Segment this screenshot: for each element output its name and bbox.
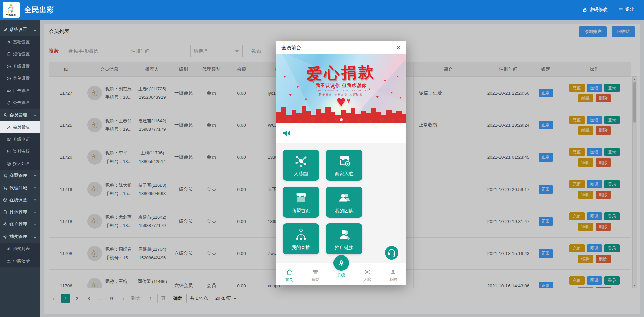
home-icon xyxy=(286,269,293,276)
chevron-up-icon: ▲ xyxy=(34,28,36,31)
tile-my-team[interactable]: 我的团队 xyxy=(326,187,362,218)
user-icon xyxy=(7,125,11,129)
chevron-up-icon: ▲ xyxy=(34,235,36,238)
sidebar-item-complaint-handling[interactable]: 投诉处理 xyxy=(0,157,40,170)
sidebar-group-label: 代理商城 xyxy=(9,185,27,191)
sidebar-item-label: 升级设置 xyxy=(13,64,30,69)
sidebar-group-member-management[interactable]: 会员管理▲ xyxy=(0,109,40,121)
tile-merchant-join[interactable]: 商家入驻 xyxy=(326,150,362,181)
sidebar-item-label: 菜单设置 xyxy=(13,76,30,81)
nav-label: 人脉 xyxy=(363,277,371,282)
nav-label: 商盟 xyxy=(311,277,319,282)
sidebar-item-label: 资料审核 xyxy=(13,149,30,154)
sidebar-group-label: 账户管理 xyxy=(9,221,27,227)
heart-icon: ♥ xyxy=(391,116,395,123)
member-frontend-modal: 会员前台 ✕ 爱心捐款 我不认识你 但我感谢你 I DON'T KNOW YOU… xyxy=(276,41,406,285)
speaker-icon xyxy=(282,129,291,138)
heart-outline-icon: ♡ xyxy=(343,99,348,107)
chevron-up-icon: ▲ xyxy=(34,114,36,117)
sidebar-group-account-management[interactable]: 账户管理▼ xyxy=(0,218,40,230)
sidebar-item-basic-settings[interactable]: 基础设置 xyxy=(0,36,40,48)
banner-subtitle-en: I DON'T KNOW YOU BUT I THANK YOU xyxy=(276,89,406,92)
person-plus-icon xyxy=(337,227,351,243)
tile-alliance-home[interactable]: 商盟首页 xyxy=(283,187,319,218)
nav-item-home[interactable]: 首页 xyxy=(276,269,302,282)
menu-lines-icon xyxy=(618,7,623,13)
sidebar-item-winning-records[interactable]: 中奖记录 xyxy=(0,255,40,267)
user-icon xyxy=(390,269,397,276)
cart-icon xyxy=(3,186,8,190)
sidebar-item-sms-settings[interactable]: 短信设置 xyxy=(0,48,40,60)
sidebar-item-label: 会员管理 xyxy=(13,124,30,130)
tile-label: 人脉圈 xyxy=(294,171,308,177)
heart-icon: ♥ xyxy=(333,114,339,123)
sidebar-group-system-settings[interactable]: 系统设置▲ xyxy=(0,24,40,36)
sidebar-item-lottery-list[interactable]: 抽奖列表 xyxy=(0,243,40,255)
app-root: 全民出彩 全民出彩 密码修改 退出 系统设置▲基础设置短信设置升级设置菜单设置广… xyxy=(0,0,644,317)
modal-title: 会员前台 xyxy=(281,45,301,51)
nav-item-upgrade[interactable]: 升级 xyxy=(328,261,354,282)
skyline-building xyxy=(302,106,306,123)
sidebar-item-upgrade-apply[interactable]: 升级申请 xyxy=(0,133,40,145)
lock-icon xyxy=(582,7,587,13)
close-icon[interactable]: ✕ xyxy=(396,44,401,51)
heart-icon: ♥ xyxy=(379,114,385,123)
sidebar-item-member-management[interactable]: 会员管理 xyxy=(0,121,40,133)
brand-logo: 全民出彩 xyxy=(3,2,20,18)
chevron-down-icon: ▼ xyxy=(34,223,36,226)
gear-icon xyxy=(3,222,8,227)
sidebar-group-label: 商盟管理 xyxy=(9,173,27,179)
people-icon xyxy=(7,259,11,263)
nav-item-network[interactable]: 人脉 xyxy=(354,269,380,282)
password-change-link[interactable]: 密码修改 xyxy=(582,7,608,13)
tile-network-circle[interactable]: 人脉圈 xyxy=(283,150,319,181)
modal-header: 会员前台 ✕ xyxy=(276,41,406,54)
logout-link[interactable]: 退出 xyxy=(618,7,635,13)
heart-icon: ♥ xyxy=(400,96,402,99)
upcircle-icon xyxy=(7,76,11,81)
customer-service-button[interactable] xyxy=(385,246,399,260)
nav-item-mine[interactable]: 我的 xyxy=(380,269,406,282)
sidebar: 系统设置▲基础设置短信设置升级设置菜单设置广告管理公告管理会员管理▲会员管理升级… xyxy=(0,20,40,317)
sidebar-group-label: 会员管理 xyxy=(9,112,27,118)
skyline-building xyxy=(316,109,321,123)
logout-label: 退出 xyxy=(625,7,635,13)
charity-banner-carousel[interactable]: 爱心捐款 我不认识你 但我感谢你 I DON'T KNOW YOU BUT I … xyxy=(276,54,406,123)
sidebar-item-label: 中奖记录 xyxy=(13,258,30,264)
sidebar-group-online-classroom[interactable]: 在线课堂▼ xyxy=(0,194,40,206)
chevron-down-icon: ▼ xyxy=(34,174,36,177)
upcircle-icon xyxy=(7,64,11,69)
sidebar-item-ad-management[interactable]: 广告管理 xyxy=(0,84,40,97)
tile-label: 商家入驻 xyxy=(335,171,354,177)
submenu-system-settings: 基础设置短信设置升级设置菜单设置广告管理公告管理 xyxy=(0,36,40,109)
rocket-icon xyxy=(333,255,349,271)
shield-icon xyxy=(7,149,11,154)
banner-subtitle: 我不认识你 但我感谢你 xyxy=(276,83,406,89)
sidebar-item-announcement-management[interactable]: 公告管理 xyxy=(0,97,40,109)
cube-icon xyxy=(3,198,8,202)
sidebar-group-lottery-management[interactable]: 抽奖管理▲ xyxy=(0,230,40,243)
nav-item-alliance[interactable]: 商盟 xyxy=(302,269,328,282)
sidebar-item-data-review[interactable]: 资料审核 xyxy=(0,145,40,157)
nav-label: 升级 xyxy=(337,273,345,278)
phone-icon xyxy=(7,52,11,56)
tile-label: 我的团队 xyxy=(335,208,354,214)
tile-my-direct-push[interactable]: 我的直推 xyxy=(283,223,319,254)
sidebar-group-other-management[interactable]: 其他管理▼ xyxy=(0,206,40,218)
sidebar-item-upgrade-settings[interactable]: 升级设置 xyxy=(0,60,40,72)
frown-icon xyxy=(7,162,11,166)
store-icon xyxy=(312,269,319,276)
sidebar-item-menu-settings[interactable]: 菜单设置 xyxy=(0,72,40,84)
sidebar-item-label: 投诉处理 xyxy=(13,161,30,167)
sidebar-group-agent-mall[interactable]: 代理商城▼ xyxy=(0,182,40,194)
sidebar-group-alliance-management[interactable]: 商盟管理▼ xyxy=(0,170,40,182)
heart-icon: ♥ xyxy=(368,118,372,123)
tile-promo-link[interactable]: 推广链接 xyxy=(326,223,362,254)
tile-label: 我的直推 xyxy=(292,245,311,251)
nav-label: 首页 xyxy=(285,277,293,282)
skyline-building xyxy=(281,107,286,123)
heart-icon: ♥ xyxy=(310,114,316,123)
sidebar-group-label: 系统设置 xyxy=(9,27,27,33)
store-icon xyxy=(294,191,308,206)
announcement-strip xyxy=(276,123,406,143)
